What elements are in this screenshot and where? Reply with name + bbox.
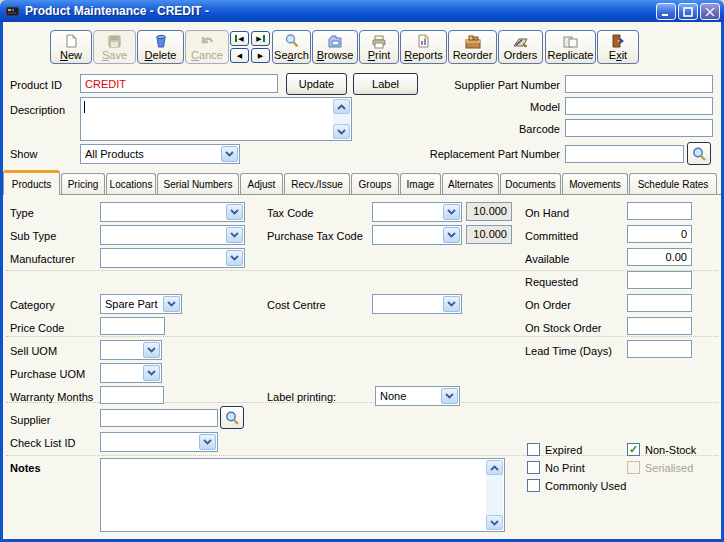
- delete-button[interactable]: Delete: [137, 30, 184, 64]
- chevron-down-icon[interactable]: [226, 204, 243, 220]
- no-print-label: No Print: [545, 462, 585, 474]
- description-textarea[interactable]: [80, 97, 352, 141]
- chevron-down-icon[interactable]: [443, 227, 460, 243]
- chevron-down-icon[interactable]: [443, 296, 460, 312]
- orders-button[interactable]: Orders: [498, 30, 543, 64]
- tab-groups[interactable]: Groups: [351, 173, 399, 194]
- chevron-down-icon[interactable]: [143, 365, 160, 381]
- search-button[interactable]: Search: [272, 30, 311, 64]
- tab-adjust[interactable]: Adjust: [240, 173, 283, 194]
- checkbox-checked-icon[interactable]: ✓: [627, 443, 640, 456]
- tab-locations[interactable]: Locations: [106, 173, 156, 194]
- supplier-part-number-input[interactable]: [565, 75, 713, 93]
- purchase-uom-select[interactable]: [100, 363, 162, 383]
- next-record-button[interactable]: ▶: [251, 48, 270, 63]
- cancel-label: Cance: [191, 49, 223, 62]
- commonly-used-label: Commonly Used: [545, 480, 626, 492]
- tab-recv-issue[interactable]: Recv./Issue: [284, 173, 350, 194]
- exit-button[interactable]: Exit: [597, 30, 639, 64]
- reorder-button[interactable]: Reorder: [448, 30, 497, 64]
- tab-image[interactable]: Image: [400, 173, 441, 194]
- show-select[interactable]: All Products: [80, 144, 240, 164]
- new-button[interactable]: New: [50, 30, 92, 64]
- chevron-down-icon[interactable]: [226, 227, 243, 243]
- category-select[interactable]: Spare Part: [100, 294, 182, 314]
- price-code-input[interactable]: [100, 317, 165, 335]
- notes-textarea[interactable]: [100, 458, 505, 532]
- on-order-input[interactable]: [627, 294, 692, 312]
- sub-type-select[interactable]: [100, 225, 245, 245]
- expired-checkbox[interactable]: Expired: [527, 443, 582, 456]
- reports-button[interactable]: Reports: [400, 30, 447, 64]
- available-input[interactable]: [627, 248, 692, 266]
- tab-serial-numbers[interactable]: Serial Numbers: [157, 173, 239, 194]
- non-stock-checkbox[interactable]: ✓ Non-Stock: [627, 443, 696, 456]
- chevron-down-icon[interactable]: [226, 250, 243, 266]
- lead-time-input[interactable]: [627, 340, 692, 358]
- label-printing-select[interactable]: None: [375, 386, 460, 406]
- expired-label: Expired: [545, 444, 582, 456]
- no-print-checkbox[interactable]: No Print: [527, 461, 585, 474]
- exit-door-icon: [610, 32, 626, 49]
- scroll-down-icon[interactable]: [333, 124, 350, 139]
- previous-record-button[interactable]: ◀: [230, 48, 249, 63]
- type-select[interactable]: [100, 202, 245, 222]
- checkbox-icon[interactable]: [527, 461, 540, 474]
- replacement-part-number-input[interactable]: [565, 145, 684, 163]
- print-button[interactable]: Print: [359, 30, 399, 64]
- label-button[interactable]: Label: [353, 73, 418, 95]
- tab-schedule-rates[interactable]: Schedule Rates: [629, 173, 717, 194]
- checkbox-icon[interactable]: [527, 479, 540, 492]
- chevron-down-icon[interactable]: [441, 388, 458, 404]
- barcode-input[interactable]: [565, 119, 713, 137]
- on-hand-input[interactable]: [627, 202, 692, 220]
- checkbox-icon[interactable]: [527, 443, 540, 456]
- replicate-button[interactable]: Replicate: [545, 30, 596, 64]
- maximize-button[interactable]: [678, 3, 698, 20]
- chevron-down-icon[interactable]: [199, 434, 216, 450]
- chevron-down-icon[interactable]: [143, 342, 160, 358]
- tab-alternates[interactable]: Alternates: [442, 173, 499, 194]
- close-button[interactable]: [700, 3, 720, 20]
- browse-button[interactable]: Browse: [312, 30, 358, 64]
- minimize-button[interactable]: [656, 3, 676, 20]
- orders-label: Orders: [504, 49, 538, 62]
- last-record-button[interactable]: ▶: [251, 31, 270, 46]
- delete-label: Delete: [145, 49, 177, 62]
- chevron-down-icon[interactable]: [221, 146, 238, 162]
- scroll-up-icon[interactable]: [486, 460, 503, 475]
- manufacturer-select[interactable]: [100, 248, 245, 268]
- committed-input[interactable]: [627, 225, 692, 243]
- chevron-down-icon[interactable]: [163, 296, 180, 312]
- check-list-id-select[interactable]: [100, 432, 218, 452]
- magnifier-icon: [224, 410, 240, 426]
- model-input[interactable]: [565, 97, 713, 115]
- tab-products[interactable]: Products: [3, 170, 60, 195]
- chevron-down-icon[interactable]: [443, 204, 460, 220]
- on-stock-order-input[interactable]: [627, 317, 692, 335]
- tab-movements[interactable]: Movements: [562, 173, 628, 194]
- replacement-lookup-button[interactable]: [687, 142, 711, 165]
- window-title: Product Maintenance - CREDIT -: [25, 4, 209, 18]
- purchase-tax-code-select[interactable]: [372, 225, 462, 245]
- browse-label: Browse: [317, 49, 354, 62]
- scroll-up-icon[interactable]: [333, 99, 350, 114]
- notes-scrollbar[interactable]: [486, 460, 503, 530]
- tab-pricing[interactable]: Pricing: [61, 173, 105, 194]
- cost-centre-select[interactable]: [372, 294, 462, 314]
- requested-input[interactable]: [627, 271, 692, 289]
- notes-label: Notes: [10, 462, 41, 474]
- tax-code-select[interactable]: [372, 202, 462, 222]
- warranty-months-input[interactable]: [100, 386, 164, 404]
- supplier-lookup-button[interactable]: [220, 406, 244, 429]
- commonly-used-checkbox[interactable]: Commonly Used: [527, 479, 626, 492]
- supplier-input[interactable]: [100, 409, 218, 427]
- scroll-down-icon[interactable]: [486, 515, 503, 530]
- first-record-button[interactable]: ◀: [230, 31, 249, 46]
- update-button[interactable]: Update: [286, 73, 347, 95]
- product-id-input[interactable]: [80, 74, 278, 93]
- description-scrollbar[interactable]: [333, 99, 350, 139]
- exit-label: Exit: [609, 49, 627, 62]
- tab-documents[interactable]: Documents: [500, 173, 561, 194]
- sell-uom-select[interactable]: [100, 340, 162, 360]
